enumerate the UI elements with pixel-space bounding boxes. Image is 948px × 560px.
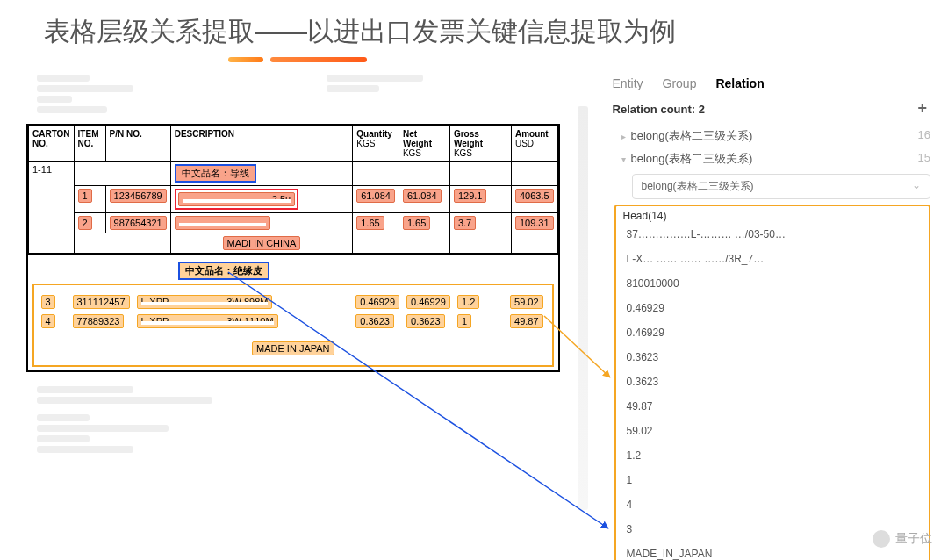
origin-label: MADE IN JAPAN bbox=[252, 341, 334, 355]
list-item: 0.46929 bbox=[623, 296, 922, 320]
chevron-down-icon: ⌄ bbox=[912, 179, 921, 194]
list-item: 59.02 bbox=[623, 419, 922, 443]
table-row: MADI IN CHINA bbox=[29, 233, 558, 255]
head-list: 37……………L-……… …/03-50… L-X… …… …… ……/3R_7… bbox=[623, 222, 922, 560]
wechat-icon bbox=[873, 530, 890, 548]
title-accent bbox=[228, 57, 948, 62]
section2-box: 3 311112457 L-XPP………………3W 898M 0.46929 0… bbox=[32, 284, 555, 367]
list-item: 1 bbox=[623, 468, 922, 492]
list-item: 37……………L-……… …/03-50… bbox=[623, 222, 922, 247]
relation-count-label: Relation count: 2 bbox=[613, 103, 705, 116]
section1-desc-label: 中文品名：导线 bbox=[175, 164, 256, 183]
origin-label: MADI IN CHINA bbox=[223, 236, 301, 250]
list-item: 0.3623 bbox=[623, 370, 922, 394]
table-row: 4 77889323 L-XPP………………3W 1110M 0.3623 0.… bbox=[38, 312, 549, 331]
list-item: 0.46929 bbox=[623, 320, 922, 345]
relation-item[interactable]: belong(表格二三级关系) 16 bbox=[606, 125, 937, 147]
relation-select[interactable]: belong(表格二三级关系) ⌄ bbox=[632, 174, 930, 199]
section2-desc-label: 中文品名：绝缘皮 bbox=[178, 262, 269, 280]
list-item: 49.87 bbox=[623, 394, 922, 419]
divider bbox=[578, 106, 588, 510]
relation-item[interactable]: belong(表格二三级关系) 15 bbox=[606, 147, 937, 170]
list-item: 0.3623 bbox=[623, 345, 922, 370]
relation-panel: Entity Group Relation Relation count: 2 … bbox=[606, 71, 937, 560]
add-relation-button[interactable]: + bbox=[917, 103, 927, 116]
watermark: 量子位 bbox=[873, 530, 932, 548]
page-title: 表格层级关系提取——以进出口发票关键信息提取为例 bbox=[0, 0, 948, 57]
list-item: L-X… …… …… ……/3R_7… bbox=[623, 247, 922, 271]
tab-entity[interactable]: Entity bbox=[613, 76, 643, 90]
table-row: 3 311112457 L-XPP………………3W 898M 0.46929 0… bbox=[38, 292, 549, 312]
tab-group[interactable]: Group bbox=[663, 76, 697, 90]
head-box: Head(14) 37……………L-……… …/03-50… L-X… …… …… bbox=[614, 205, 930, 560]
document-pane: CARTON NO. ITEM NO. P/N NO. DESCRIPTION … bbox=[26, 71, 560, 560]
tab-relation[interactable]: Relation bbox=[715, 76, 764, 90]
invoice-table: CARTON NO. ITEM NO. P/N NO. DESCRIPTION … bbox=[26, 124, 560, 372]
list-item: 1.2 bbox=[623, 443, 922, 468]
table-row: 2 987654321 ……………………… 1.65 1.65 3.7 109.… bbox=[29, 213, 558, 233]
table-row: 1 123456789 ……………………… 2.5u 61.084 61.084… bbox=[29, 186, 558, 213]
list-item: 4 bbox=[623, 492, 922, 517]
list-item: 810010000 bbox=[623, 271, 922, 296]
table-row: 1-11 中文品名：导线 bbox=[29, 162, 558, 186]
